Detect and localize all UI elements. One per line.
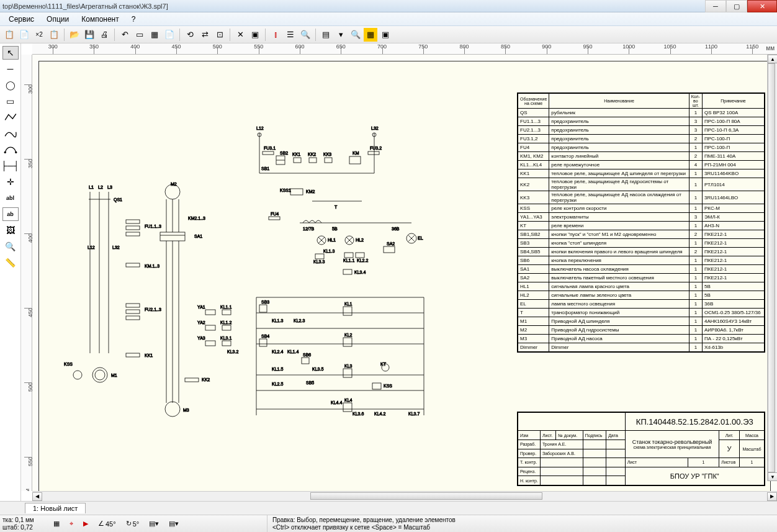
scrollbar-vertical[interactable]: ▲ ▼ (767, 55, 777, 481)
tool-measure-icon[interactable]: 📏 (2, 256, 19, 269)
svg-rect-106 (259, 305, 267, 312)
tool-snap-icon[interactable]: ✛ (2, 175, 19, 189)
table-row: M2Приводной АД гидросистемы1АИР80А6. 1,7… (518, 326, 765, 335)
scrollbar-horizontal[interactable]: ◀ ▶ (32, 491, 777, 501)
org-name: БПОУ УР "ГПК" (625, 467, 764, 485)
sheet-tabs: 1: Новый лист (0, 501, 777, 515)
svg-rect-94 (343, 269, 352, 274)
status-angle[interactable]: ∠ 45° (94, 518, 120, 529)
svg-text:FU2.1..3: FU2.1..3 (145, 307, 161, 312)
menu-component[interactable]: Компонент (75, 14, 125, 25)
tool-curve-icon[interactable] (2, 127, 19, 140)
tool-bezier-icon[interactable] (2, 143, 19, 156)
svg-text:KL1.3: KL1.3 (272, 318, 283, 323)
status-grid-icon[interactable]: ▦ (50, 518, 63, 529)
tool-line-icon[interactable]: ─ (2, 62, 19, 76)
tb-grid-icon[interactable]: ▦ (148, 28, 161, 42)
table-row: KSSреле контроля скорости1РКС-М (518, 204, 765, 213)
table-row: SB4,SB5кнопки включения правого и левого… (518, 248, 765, 256)
tb-save-icon[interactable]: 💾 (83, 28, 96, 42)
tool-ellipse-icon[interactable]: ◯ (2, 78, 19, 92)
tb-clipboard-icon[interactable]: 📋 (47, 28, 61, 42)
close-button[interactable]: ✕ (747, 0, 777, 12)
svg-rect-129 (302, 358, 309, 364)
svg-text:YA2: YA2 (197, 320, 205, 325)
svg-text:KL1.2: KL1.2 (220, 320, 231, 325)
svg-rect-70 (269, 217, 280, 220)
parts-header-note: Примечание (703, 94, 765, 109)
tool-dimension-icon[interactable]: ├─┤ (2, 159, 19, 173)
table-row: FU4предохранитель1ПРС-100-П (518, 143, 765, 152)
svg-text:SB5: SB5 (306, 381, 314, 385)
maximize-button[interactable]: ▢ (726, 0, 747, 12)
tb-rect-icon[interactable]: ▭ (133, 28, 146, 42)
svg-rect-38 (185, 378, 199, 382)
menu-service[interactable]: Сервис (2, 14, 40, 25)
table-row: FU2.1...3предохранитель3ПРС-10-П 6,3А (518, 126, 765, 135)
scroll-up-icon[interactable]: ▲ (768, 55, 777, 63)
status-snap-icon[interactable]: ⌖ (66, 518, 77, 529)
status-step[interactable]: ↻ 5° (122, 518, 143, 529)
svg-text:QS1: QS1 (114, 197, 122, 202)
tool-zoom-icon[interactable]: 🔍 (2, 240, 19, 253)
svg-rect-110 (222, 325, 231, 330)
table-row: HL1сигнальная лампа красного цвета15В (518, 282, 765, 291)
table-row: SB1,SB2кнопки "пуск" и "стоп" М1 и М2 од… (518, 230, 765, 239)
svg-point-40 (165, 402, 180, 417)
tb-size-icon[interactable]: ⊡ (213, 28, 227, 42)
toolbar: 📋 📄 ×2 📋 📂 💾 🖨 ↶ ▭ ▦ 📄 ⟲ ⇄ ⊡ ✕ ▣ ⫿ ☰ 🔍 ▤… (0, 26, 777, 43)
tool-polyline-icon[interactable] (2, 110, 19, 124)
tb-delete-icon[interactable]: ✕ (233, 28, 247, 42)
drawing-sheet[interactable]: L1L2L3 QS1 FU1.1..3 L12L32 KM.1..3 FU2.1… (38, 61, 771, 491)
svg-point-24 (95, 370, 105, 380)
minimize-button[interactable]: ─ (705, 0, 726, 12)
tb-print-icon[interactable]: 🖨 (97, 28, 111, 42)
status-layer2-icon[interactable]: ▤▾ (165, 518, 182, 529)
tool-image-icon[interactable]: 🖼 (2, 223, 19, 237)
scroll-right-icon[interactable]: ▶ (767, 492, 777, 501)
tool-text-ab[interactable]: ab (2, 207, 19, 221)
tb-table-icon[interactable]: ▤ (319, 28, 333, 42)
svg-text:KL3.6: KL3.6 (353, 412, 364, 416)
tb-group-icon[interactable]: ▣ (248, 28, 262, 42)
status-flag-icon[interactable]: ▶ (79, 518, 92, 529)
tb-x2-icon[interactable]: ×2 (32, 28, 46, 42)
tool-cursor-icon[interactable]: ↖ (2, 46, 19, 60)
menu-options[interactable]: Опции (40, 14, 75, 25)
tb-open-icon[interactable]: 📂 (68, 28, 81, 42)
tb-dropdown-icon[interactable]: ▾ (334, 28, 348, 42)
tool-rect-icon[interactable]: ▭ (2, 94, 19, 108)
svg-text:KM2: KM2 (306, 189, 315, 194)
tb-align-icon[interactable]: ⫿ (269, 28, 282, 42)
svg-text:KL1.3: KL1.3 (323, 249, 335, 253)
tb-paste-icon[interactable]: 📄 (17, 28, 31, 42)
status-layers-icon[interactable]: ▤▾ (145, 518, 163, 529)
main-area: ↖ ─ ◯ ▭ ├─┤ ✛ abl ab 🖼 🔍 📏 мм 3003504004… (0, 43, 777, 501)
tb-preview-icon[interactable]: 📄 (163, 28, 176, 42)
svg-text:L1: L1 (89, 185, 94, 189)
svg-text:FU4: FU4 (271, 212, 279, 216)
svg-rect-114 (343, 307, 352, 315)
table-row: KM1, KM2контактор линейный2ПМЕ-311 40А (518, 152, 765, 161)
canvas[interactable]: L1L2L3 QS1 FU1.1..3 L12L32 KM.1..3 FU2.1… (32, 55, 777, 491)
tb-copy-icon[interactable]: 📋 (2, 28, 16, 42)
svg-rect-92 (356, 253, 364, 258)
tb-component-icon[interactable]: ▣ (379, 28, 392, 42)
menu-help[interactable]: ? (125, 14, 142, 25)
tool-text-abl[interactable]: abl (2, 191, 19, 205)
tb-rotate-icon[interactable]: ⟲ (183, 28, 197, 42)
tb-mirror-icon[interactable]: ⇄ (198, 28, 212, 42)
scroll-left-icon[interactable]: ◀ (32, 492, 42, 501)
scroll-down-icon[interactable]: ▼ (768, 472, 777, 481)
svg-text:YA3: YA3 (197, 336, 205, 340)
svg-text:KK1: KK1 (292, 152, 300, 156)
tb-undo-icon[interactable]: ↶ (118, 28, 132, 42)
tb-highlight-icon[interactable]: ▦ (364, 28, 377, 42)
tb-search-icon[interactable]: 🔍 (299, 28, 312, 42)
sheet-tab-1[interactable]: 1: Новый лист (25, 503, 86, 513)
ruler-vertical: мм 300350400450500550 (21, 55, 32, 491)
ruler-unit: мм (766, 45, 775, 52)
tb-zoom-icon[interactable]: 🔍 (349, 28, 362, 42)
tb-list-icon[interactable]: ☰ (284, 28, 297, 42)
svg-rect-126 (343, 338, 352, 346)
